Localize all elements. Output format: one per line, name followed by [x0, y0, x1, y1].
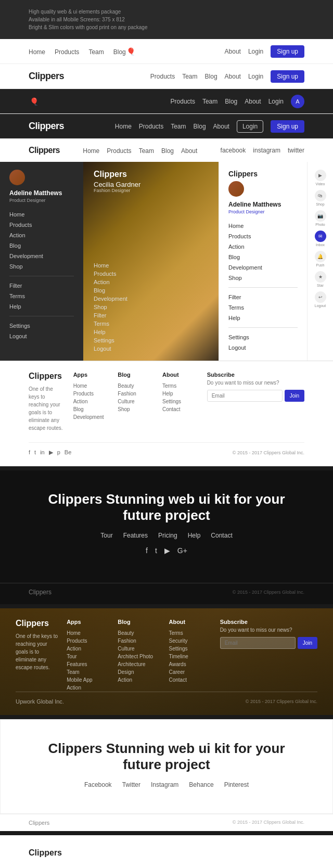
hero2-instagram[interactable]: Instagram [151, 781, 178, 788]
menu-action-1[interactable]: Action [9, 230, 74, 240]
img-apps-team[interactable]: Team [67, 668, 110, 676]
social-in-1[interactable]: in [40, 449, 45, 456]
menu-settings-3[interactable]: Settings [228, 332, 298, 342]
nav-login-2[interactable]: Login [248, 73, 263, 80]
menu-terms-1[interactable]: Terms [9, 291, 74, 301]
nav-home-5[interactable]: Home [83, 146, 99, 155]
social-twitter-5[interactable]: twitter [288, 147, 304, 154]
img-apps-home[interactable]: Home [67, 629, 110, 637]
footer-about-settings[interactable]: Settings [162, 398, 197, 405]
nav-home-4[interactable]: Home [115, 123, 132, 130]
img-about-security[interactable]: Security [169, 637, 212, 645]
icon-inbox[interactable]: ✉ Inbox [315, 231, 326, 247]
nav-about-1[interactable]: About [225, 48, 241, 55]
nav-team-5[interactable]: Team [139, 146, 154, 155]
footer-blog-shop[interactable]: Shop [118, 405, 152, 413]
menu-blog-3[interactable]: Blog [228, 252, 298, 262]
menu-products-1[interactable]: Products [9, 220, 74, 230]
nav-login-1[interactable]: Login [248, 48, 263, 55]
hero-social-g[interactable]: G+ [177, 546, 187, 555]
menu-settings-1[interactable]: Settings [9, 321, 74, 331]
nav-products-1[interactable]: Products [55, 47, 79, 56]
nav-blog-3[interactable]: Blog [225, 98, 237, 105]
img-about-terms[interactable]: Terms [169, 629, 212, 637]
nav-team-1[interactable]: Team [88, 47, 104, 56]
nav-products-5[interactable]: Products [107, 146, 131, 155]
nav-team-2[interactable]: Team [182, 73, 197, 80]
footer-blog-culture[interactable]: Culture [118, 398, 152, 405]
nav-products-4[interactable]: Products [139, 123, 163, 130]
menu-dev-3[interactable]: Development [228, 262, 298, 273]
overlay-menu-action[interactable]: Action [94, 278, 127, 286]
nav-about-3[interactable]: About [245, 98, 261, 105]
img-blog-arch[interactable]: Architecture [118, 660, 161, 668]
icon-logout[interactable]: ↩ Logout [315, 291, 326, 308]
nav-blog-2[interactable]: Blog [205, 73, 217, 80]
img-apps-mobile[interactable]: Mobile App [67, 676, 110, 684]
nav-home-1[interactable]: Home [29, 47, 45, 56]
img-blog-design[interactable]: Design [118, 668, 161, 676]
hero-social-t[interactable]: t [155, 546, 157, 555]
social-f-1[interactable]: f [29, 449, 30, 456]
signup-button-4[interactable]: Sign up [271, 120, 304, 133]
nav-blog-4[interactable]: Blog [194, 123, 206, 130]
img-about-career[interactable]: Career [169, 668, 212, 676]
icon-star[interactable]: ★ Star [315, 271, 326, 287]
nav-team-4[interactable]: Team [171, 123, 186, 130]
menu-home-3[interactable]: Home [228, 221, 298, 231]
social-instagram-5[interactable]: instagram [253, 147, 280, 154]
img-apps-action2[interactable]: Action [67, 684, 110, 692]
overlay-menu-dev[interactable]: Development [94, 295, 127, 303]
img-apps-features[interactable]: Features [67, 660, 110, 668]
nav-about-2[interactable]: About [225, 73, 241, 80]
hero-social-f[interactable]: f [146, 546, 148, 555]
overlay-menu-settings[interactable]: Settings [94, 336, 127, 344]
icon-video[interactable]: ▶ Video [315, 170, 326, 186]
footer-about-terms[interactable]: Terms [162, 382, 197, 390]
hero2-facebook[interactable]: Facebook [84, 781, 112, 788]
subscribe-button-1[interactable]: Join [285, 390, 304, 402]
img-subscribe-button[interactable]: Join [298, 637, 317, 649]
nav-blog-5[interactable]: Blog [161, 146, 174, 155]
img-blog-action[interactable]: Action [118, 676, 161, 684]
menu-filter-3[interactable]: Filter [228, 292, 298, 302]
menu-help-3[interactable]: Help [228, 313, 298, 323]
img-blog-arch-photo[interactable]: Architect Photo [118, 653, 161, 660]
footer-apps-home[interactable]: Home [73, 382, 108, 390]
menu-home-1[interactable]: Home [9, 209, 74, 220]
overlay-menu-help[interactable]: Help [94, 328, 127, 336]
img-apps-products[interactable]: Products [67, 637, 110, 645]
menu-help-1[interactable]: Help [9, 301, 74, 312]
img-about-contact[interactable]: Contact [169, 676, 212, 684]
overlay-menu-logout[interactable]: Logout [94, 344, 127, 353]
footer-apps-action[interactable]: Action [73, 398, 108, 405]
img-subscribe-email[interactable] [220, 637, 296, 649]
footer-blog-beauty[interactable]: Beauty [118, 382, 152, 390]
img-blog-beauty[interactable]: Beauty [118, 629, 161, 637]
icon-shop[interactable]: 🛍 Shop [315, 190, 326, 206]
nav-products-3[interactable]: Products [171, 98, 195, 105]
img-about-timeline[interactable]: Timeline [169, 653, 212, 660]
overlay-menu-filter[interactable]: Filter [94, 311, 127, 320]
hero-nav-features[interactable]: Features [123, 532, 148, 539]
nav-team-3[interactable]: Team [202, 98, 217, 105]
nav-login-3[interactable]: Login [268, 98, 284, 105]
menu-logout-1[interactable]: Logout [9, 331, 74, 341]
hero-social-yt[interactable]: ▶ [164, 546, 170, 555]
nav-about-5[interactable]: About [181, 146, 197, 155]
icon-photo[interactable]: 📷 Photo [315, 210, 326, 226]
nav-about-4[interactable]: About [213, 123, 229, 130]
social-yt-1[interactable]: ▶ [49, 449, 53, 456]
img-about-awards[interactable]: Awards [169, 660, 212, 668]
footer-apps-products[interactable]: Products [73, 390, 108, 398]
menu-blog-1[interactable]: Blog [9, 240, 74, 251]
overlay-menu-home[interactable]: Home [94, 261, 127, 270]
hero2-behance[interactable]: Behance [189, 781, 213, 788]
overlay-menu-shop[interactable]: Shop [94, 303, 127, 311]
menu-filter-1[interactable]: Filter [9, 280, 74, 291]
footer-apps-dev[interactable]: Development [73, 413, 108, 421]
hero-nav-pricing[interactable]: Pricing [158, 532, 177, 539]
menu-dev-1[interactable]: Development [9, 251, 74, 261]
signup-button-1[interactable]: Sign up [271, 45, 304, 58]
footer-blog-fashion[interactable]: Fashion [118, 390, 152, 398]
